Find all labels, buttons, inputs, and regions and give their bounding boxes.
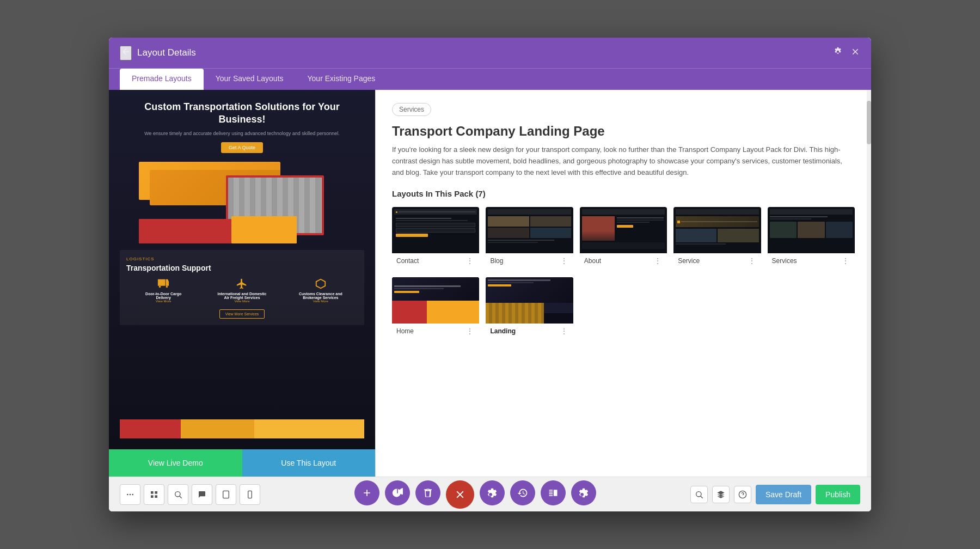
hero-cta-button[interactable]: Get A Quote (221, 142, 263, 153)
service-link-1[interactable]: View More (126, 300, 200, 303)
preview-services: Door-to-Door CargoDelivery View More Int… (126, 278, 358, 303)
service-link-2[interactable]: View More (205, 300, 279, 303)
toolbar-right: Save Draft Publish (690, 485, 860, 504)
tb4 (530, 228, 571, 238)
back-button[interactable] (120, 46, 132, 60)
layout-menu-contact[interactable]: ⋮ (465, 257, 475, 265)
help-button[interactable] (734, 486, 751, 503)
preview-image: Custom Transportation Solutions for Your… (109, 90, 375, 449)
svg-point-2 (132, 493, 133, 495)
layout-card-home[interactable]: Home ⋮ (392, 277, 479, 339)
menu-dots-button[interactable] (120, 484, 140, 505)
layout-title: Transport Company Landing Page (392, 124, 855, 139)
thumb-landing-content (486, 277, 573, 324)
layouts-grid-row1: Contact ⋮ (392, 207, 855, 269)
preview-panel: Custom Transportation Solutions for Your… (109, 90, 376, 477)
search-button[interactable] (168, 484, 188, 505)
svg-point-7 (175, 491, 180, 496)
layout-card-footer-home: Home ⋮ (392, 324, 479, 339)
tl8 (544, 303, 573, 324)
th3 (394, 285, 461, 287)
layout-switch-button[interactable] (541, 480, 566, 505)
hero-title: Custom Transportation Solutions for Your… (120, 101, 364, 126)
layout-card-blog[interactable]: Blog ⋮ (486, 207, 573, 269)
view-more-btn[interactable]: View More Services (219, 309, 265, 319)
close-button[interactable] (850, 47, 860, 59)
layout-card-services[interactable]: Services ⋮ (768, 207, 855, 269)
tsvs5 (770, 222, 797, 238)
layout-card-service[interactable]: Service ⋮ (673, 207, 761, 269)
pack-title: Layouts In This Pack (7) (392, 189, 855, 198)
comment-button[interactable] (192, 484, 212, 505)
svg-point-1 (130, 493, 131, 495)
history-button[interactable] (510, 480, 535, 505)
bar-red (120, 419, 181, 438)
thumb-blog-grid (488, 216, 571, 238)
modal-wrapper: Layout Details Premade Layouts Your Save… (109, 38, 871, 511)
tb5 (488, 240, 554, 241)
section-title: Transportation Support (126, 264, 358, 272)
th1 (392, 277, 479, 301)
layout-menu-services[interactable]: ⋮ (841, 257, 850, 265)
tab-premade-layouts[interactable]: Premade Layouts (120, 69, 204, 90)
layout-menu-service[interactable]: ⋮ (747, 257, 757, 265)
layout-card-name-service: Service (678, 257, 700, 265)
trash-button[interactable] (415, 480, 440, 505)
search-right-button[interactable] (690, 486, 708, 503)
layouts-grid-row2: Home ⋮ (392, 277, 855, 339)
scrollbar-track[interactable] (867, 90, 871, 477)
tsvs6 (798, 222, 824, 238)
power-button[interactable] (385, 480, 410, 505)
grid-view-button[interactable] (144, 484, 164, 505)
layout-menu-home[interactable]: ⋮ (465, 327, 475, 335)
save-draft-button[interactable]: Save Draft (756, 485, 811, 504)
service-item-3: Customs Clearance andBrokerage Services … (284, 278, 358, 303)
tablet-view-button[interactable] (216, 484, 236, 505)
publish-button[interactable]: Publish (816, 485, 860, 504)
layout-thumb-blog (486, 207, 573, 253)
layout-menu-landing[interactable]: ⋮ (559, 327, 569, 335)
thumb-nav (394, 209, 477, 215)
container-orange-3 (231, 216, 297, 243)
settings-icon-button[interactable] (833, 47, 843, 59)
layout-card-about[interactable]: About ⋮ (580, 207, 667, 269)
ts3 (681, 221, 757, 222)
service-title-1: Door-to-Door CargoDelivery (126, 292, 200, 300)
tab-existing-pages[interactable]: Your Existing Pages (296, 69, 388, 90)
tsvs2 (770, 216, 828, 217)
svg-rect-4 (155, 491, 157, 494)
th4 (394, 288, 444, 289)
ts7 (676, 243, 725, 245)
close-x-button[interactable] (446, 480, 474, 509)
layout-menu-about[interactable]: ⋮ (653, 257, 663, 265)
gear-button[interactable] (480, 480, 505, 505)
layout-card-landing[interactable]: Landing ⋮ (486, 277, 573, 339)
layout-card-footer-contact: Contact ⋮ (392, 253, 479, 269)
tabs-bar: Premade Layouts Your Saved Layouts Your … (109, 68, 871, 90)
layout-card-name-services: Services (772, 257, 797, 265)
service-link-3[interactable]: View More (284, 300, 358, 303)
settings-button[interactable] (571, 480, 596, 505)
tab-saved-layouts[interactable]: Your Saved Layouts (204, 69, 296, 90)
toolbar-center (354, 480, 596, 509)
container-red (139, 219, 231, 243)
thumb-nav-line (399, 211, 475, 212)
tsvs1 (770, 209, 853, 215)
layout-thumb-landing (486, 277, 573, 324)
modal-title: Layout Details (137, 47, 196, 58)
mobile-view-button[interactable] (240, 484, 260, 505)
tb3 (488, 228, 529, 238)
ts1 (676, 216, 758, 227)
view-live-demo-button[interactable]: View Live Demo (109, 449, 242, 477)
layout-card-name-landing: Landing (490, 327, 516, 335)
scrollbar-thumb[interactable] (867, 101, 871, 144)
layout-card-contact[interactable]: Contact ⋮ (392, 207, 479, 269)
ts5 (676, 229, 716, 242)
use-layout-button[interactable]: Use This Layout (242, 449, 376, 477)
layout-menu-blog[interactable]: ⋮ (559, 257, 569, 265)
layers-button[interactable] (712, 486, 730, 503)
svg-rect-6 (155, 495, 157, 498)
add-button[interactable] (354, 480, 379, 505)
modal-header-right (833, 47, 860, 59)
bar-yellow (254, 419, 364, 438)
